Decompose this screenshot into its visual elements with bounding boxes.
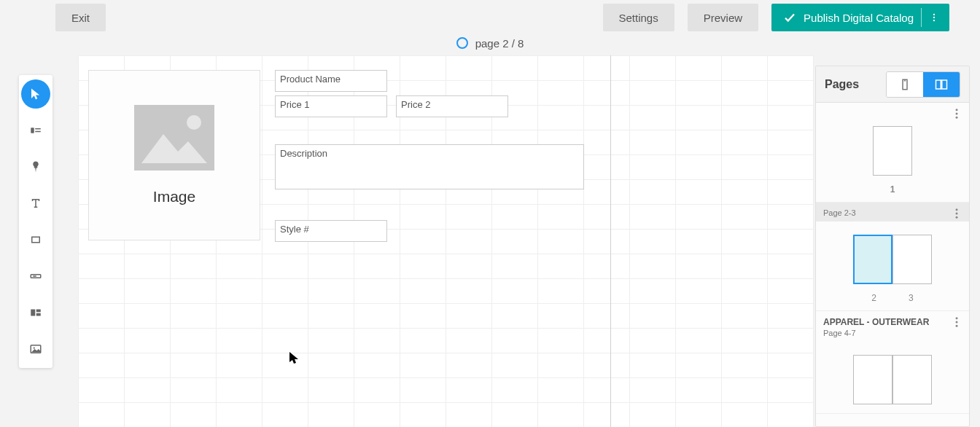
svg-point-28 (956, 325, 958, 327)
exit-button[interactable]: Exit (55, 4, 106, 31)
select-tool[interactable] (21, 79, 50, 109)
price2-field[interactable]: Price 2 (396, 95, 508, 117)
page-thumb[interactable] (892, 235, 932, 284)
loading-circle-icon (456, 37, 468, 49)
page-number: 1 (816, 184, 969, 202)
svg-rect-10 (36, 310, 41, 313)
pages-panel: Pages 1 Page 2-3 (815, 66, 970, 427)
kebab-icon[interactable] (950, 107, 963, 120)
spread-view-button[interactable] (923, 72, 960, 97)
left-toolbar (19, 75, 52, 368)
pages-body[interactable]: 1 Page 2-3 2 3 APPAREL - OUTERWEAR (816, 103, 969, 426)
page-number: 2 (871, 293, 876, 303)
page-group: Page 2-3 2 3 (816, 203, 969, 311)
pin-tool[interactable] (21, 152, 50, 181)
svg-point-26 (956, 317, 958, 319)
single-page-view-button[interactable] (887, 72, 923, 97)
publish-label: Publish Digital Catalog (804, 12, 914, 24)
publish-button[interactable]: Publish Digital Catalog (771, 4, 949, 31)
view-toggle (886, 71, 960, 98)
description-field[interactable]: Description (275, 144, 584, 189)
svg-point-15 (187, 115, 201, 130)
page-indicator: page 2 / 8 (0, 35, 980, 51)
page-group-head: Page 2-3 (816, 203, 969, 222)
mouse-cursor-icon (289, 351, 299, 364)
kebab-icon[interactable] (950, 207, 963, 220)
svg-point-22 (956, 117, 958, 119)
svg-point-27 (956, 321, 958, 324)
text-tool[interactable] (21, 189, 50, 218)
svg-rect-19 (942, 80, 947, 89)
svg-point-21 (956, 113, 958, 115)
page-thumbs (816, 113, 969, 184)
canvas[interactable]: Image Product Name Price 1 Price 2 Descr… (78, 55, 814, 427)
page-group-subtitle: Page 2-3 (823, 208, 856, 217)
page-group-section-title: APPAREL - OUTERWEAR (823, 317, 962, 327)
svg-rect-4 (35, 128, 41, 130)
spread-divider (610, 55, 611, 427)
image-placeholder-block[interactable]: Image (88, 70, 260, 240)
image-block-label: Image (153, 188, 195, 205)
kebab-icon[interactable] (929, 8, 939, 27)
page-group: 1 (816, 103, 969, 203)
settings-button[interactable]: Settings (603, 4, 674, 31)
page-thumb[interactable] (853, 355, 892, 404)
page-numbers: 2 3 (816, 293, 969, 310)
preview-button[interactable]: Preview (688, 4, 758, 31)
svg-point-2 (933, 20, 935, 21)
svg-point-23 (956, 208, 958, 211)
page-number: 3 (909, 293, 914, 303)
page-group-head (816, 103, 969, 113)
svg-rect-6 (32, 237, 40, 243)
product-name-field[interactable]: Product Name (275, 70, 387, 92)
svg-point-24 (956, 213, 958, 215)
page-thumb[interactable] (873, 126, 912, 176)
layout-tool[interactable] (21, 298, 50, 327)
svg-rect-5 (35, 131, 41, 133)
button-tool[interactable] (21, 262, 50, 291)
svg-point-1 (933, 17, 935, 18)
top-bar: Exit Settings Preview Publish Digital Ca… (0, 0, 980, 35)
svg-rect-9 (31, 310, 35, 316)
svg-rect-3 (31, 128, 34, 133)
style-field[interactable]: Style # (275, 220, 387, 242)
publish-divider (921, 8, 922, 27)
svg-point-0 (933, 14, 935, 15)
page-indicator-label: page 2 / 8 (475, 37, 524, 50)
page-thumb[interactable] (892, 355, 932, 404)
page-group-subtitle: Page 4-7 (823, 329, 856, 337)
svg-point-20 (956, 109, 958, 111)
kebab-icon[interactable] (950, 316, 963, 329)
image-tool[interactable] (21, 334, 50, 364)
page-thumbs (816, 222, 969, 293)
card-tool[interactable] (21, 116, 50, 145)
page-group-head: APPAREL - OUTERWEAR Page 4-7 (816, 311, 969, 342)
page-thumbs (816, 342, 969, 413)
pages-panel-header: Pages (816, 66, 969, 103)
rectangle-tool[interactable] (21, 225, 50, 254)
svg-point-25 (956, 216, 958, 219)
svg-rect-11 (36, 313, 41, 316)
svg-point-13 (34, 347, 35, 348)
svg-rect-18 (936, 80, 941, 89)
price1-field[interactable]: Price 1 (275, 95, 387, 117)
check-icon (783, 11, 796, 24)
page-thumb[interactable] (853, 235, 892, 284)
image-placeholder-icon (134, 105, 214, 171)
page-group: APPAREL - OUTERWEAR Page 4-7 (816, 311, 969, 414)
pages-panel-title: Pages (825, 78, 880, 91)
